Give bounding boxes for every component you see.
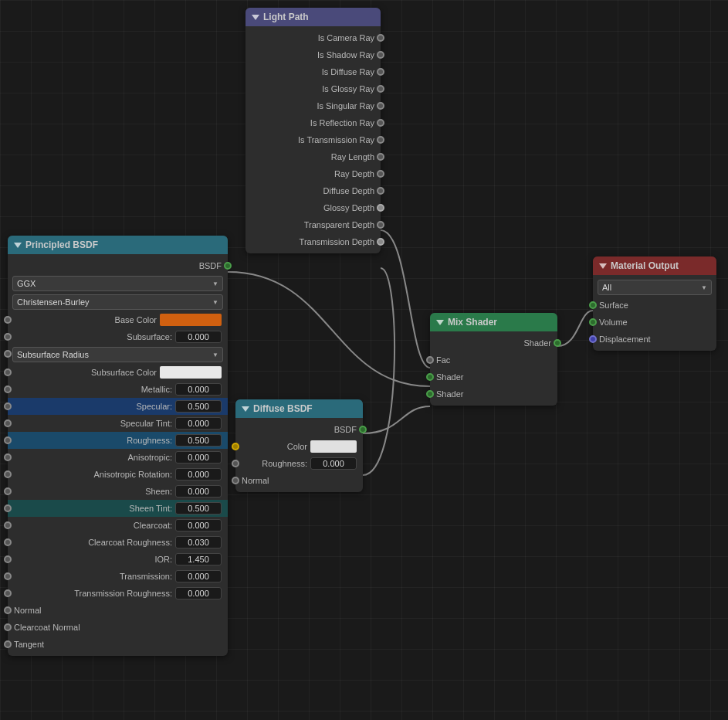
socket-normal[interactable]	[4, 606, 12, 614]
label-diffuse-normal: Normal	[242, 476, 357, 485]
val-clearcoat[interactable]: 0.000	[175, 519, 222, 532]
val-transmission[interactable]: 0.000	[175, 570, 222, 582]
socket-surface[interactable]	[589, 301, 597, 309]
socket-shader1[interactable]	[426, 373, 434, 381]
socket-sheen-tint[interactable]	[4, 504, 12, 512]
socket-diffuse-normal[interactable]	[232, 477, 239, 484]
socket-basecolor[interactable]	[4, 316, 12, 324]
val-subsurface[interactable]: 0.000	[175, 331, 222, 343]
socket-row-transparentdepth: Transparent Depth	[245, 216, 381, 233]
val-specular-tint[interactable]: 0.000	[175, 417, 222, 430]
socket-diffuse-ray[interactable]	[377, 68, 384, 76]
socket-glossy-ray[interactable]	[377, 85, 384, 93]
socket-bsdf-output[interactable]	[224, 262, 232, 270]
ggx-dropdown[interactable]: GGX ▼	[12, 276, 223, 291]
socket-roughness[interactable]	[4, 436, 12, 444]
label-transparent-depth: Transparent Depth	[304, 220, 374, 229]
socket-glossy-depth[interactable]	[377, 204, 384, 212]
socket-subsurface-color[interactable]	[4, 368, 12, 376]
label-roughness: Roughness:	[14, 436, 175, 445]
basecolor-swatch[interactable]	[160, 314, 222, 326]
socket-transmission-depth[interactable]	[377, 238, 384, 246]
socket-metallic[interactable]	[4, 385, 12, 393]
socket-ray-length[interactable]	[377, 153, 384, 161]
sheen-tint-row: Sheen Tint: 0.500	[8, 500, 228, 517]
val-diffuse-roughness[interactable]: 0.000	[310, 457, 357, 470]
burley-label: Christensen-Burley	[17, 297, 90, 307]
collapse-icon-principled[interactable]	[14, 243, 22, 248]
socket-row-raydepth: Ray Depth	[245, 165, 381, 182]
socket-transparent-depth[interactable]	[377, 221, 384, 229]
socket-diffuse-color[interactable]	[232, 443, 239, 450]
shader2-row: Shader	[430, 385, 557, 402]
lightpath-title: Light Path	[263, 12, 309, 22]
socket-camera-ray[interactable]	[377, 34, 384, 42]
socket-anisotropic[interactable]	[4, 453, 12, 461]
socket-clearcoat[interactable]	[4, 521, 12, 529]
val-roughness[interactable]: 0.500	[175, 434, 222, 447]
val-anisotropic-rotation[interactable]: 0.000	[175, 468, 222, 481]
socket-ray-depth[interactable]	[377, 170, 384, 178]
matoutput-dropdown[interactable]: All ▼	[598, 280, 712, 295]
socket-sheen[interactable]	[4, 487, 12, 495]
diffuse-roughness-row: Roughness: 0.000	[235, 455, 363, 472]
socket-diffuse-bsdf[interactable]	[359, 426, 367, 433]
subsurface-radius-dropdown[interactable]: Subsurface Radius ▼	[12, 347, 223, 362]
val-clearcoat-roughness[interactable]: 0.030	[175, 536, 222, 548]
socket-displacement[interactable]	[589, 335, 597, 343]
diffuse-bsdf-output-row: BSDF	[235, 421, 363, 438]
socket-diffuse-roughness[interactable]	[232, 460, 239, 467]
diffuse-color-swatch[interactable]	[310, 440, 357, 453]
socket-mixshader-output[interactable]	[554, 339, 561, 347]
diffuse-body: BSDF Color Roughness: 0.000 Normal	[235, 418, 363, 492]
collapse-icon-diffuse[interactable]	[242, 406, 249, 412]
anisotropic-rotation-row: Anisotropic Rotation: 0.000	[8, 466, 228, 483]
socket-transmission-roughness[interactable]	[4, 589, 12, 597]
val-sheen[interactable]: 0.000	[175, 485, 222, 498]
socket-diffuse-depth[interactable]	[377, 187, 384, 195]
diffuse-normal-row: Normal	[235, 472, 363, 489]
socket-reflection-ray[interactable]	[377, 119, 384, 127]
val-anisotropic[interactable]: 0.000	[175, 451, 222, 464]
socket-anisotropic-rotation[interactable]	[4, 470, 12, 478]
label-singular-ray: Is Singular Ray	[317, 101, 374, 110]
burley-dropdown-row[interactable]: Christensen-Burley ▼	[8, 293, 228, 311]
diffuse-bsdf-node: Diffuse BSDF BSDF Color Roughness: 0.000…	[235, 399, 363, 492]
socket-singular-ray[interactable]	[377, 102, 384, 110]
collapse-icon-mixshader[interactable]	[436, 320, 444, 325]
socket-tangent[interactable]	[4, 640, 12, 648]
normal-row: Normal	[8, 602, 228, 619]
collapse-icon-matoutput[interactable]	[599, 263, 607, 269]
socket-row-transmissiondepth: Transmission Depth	[245, 233, 381, 250]
socket-row-reflection: Is Reflection Ray	[245, 114, 381, 131]
socket-transmission-ray[interactable]	[377, 136, 384, 144]
socket-clearcoat-roughness[interactable]	[4, 538, 12, 546]
ggx-dropdown-row[interactable]: GGX ▼	[8, 274, 228, 293]
val-transmission-roughness[interactable]: 0.000	[175, 587, 222, 599]
socket-specular-tint[interactable]	[4, 419, 12, 427]
collapse-icon[interactable]	[252, 15, 259, 20]
socket-transmission[interactable]	[4, 572, 12, 580]
mix-shader-node: Mix Shader Shader Fac Shader Shader	[430, 313, 557, 406]
val-sheen-tint[interactable]: 0.500	[175, 502, 222, 515]
socket-ior[interactable]	[4, 555, 12, 563]
socket-fac[interactable]	[426, 356, 434, 364]
subsurface-color-swatch[interactable]	[160, 366, 222, 379]
label-sheen-tint: Sheen Tint:	[14, 504, 175, 513]
burley-dropdown[interactable]: Christensen-Burley ▼	[12, 294, 223, 310]
principled-title: Principled BSDF	[25, 239, 98, 250]
val-specular[interactable]: 0.500	[175, 400, 222, 413]
socket-shadow-ray[interactable]	[377, 51, 384, 59]
label-specular: Specular:	[14, 402, 175, 411]
socket-subsurface[interactable]	[4, 333, 12, 341]
matoutput-dropdown-row[interactable]: All ▼	[593, 278, 716, 297]
socket-clearcoat-normal[interactable]	[4, 623, 12, 631]
socket-volume[interactable]	[589, 318, 597, 326]
socket-subsurface-radius[interactable]	[4, 350, 12, 358]
socket-row-singular: Is Singular Ray	[245, 97, 381, 114]
val-ior[interactable]: 1.450	[175, 553, 222, 565]
socket-shader2[interactable]	[426, 390, 434, 398]
val-metallic[interactable]: 0.000	[175, 383, 222, 396]
diffuse-header: Diffuse BSDF	[235, 399, 363, 418]
socket-specular[interactable]	[4, 402, 12, 410]
